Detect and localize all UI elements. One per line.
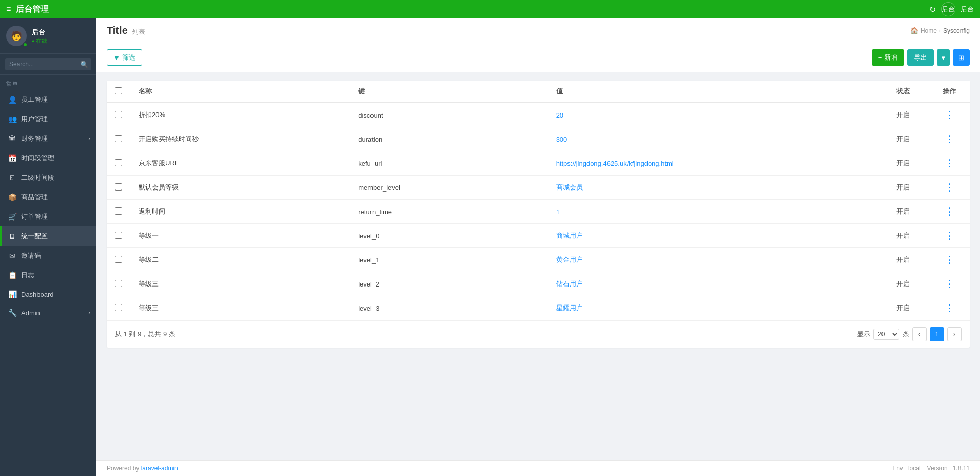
- row-checkbox[interactable]: [115, 304, 122, 311]
- sidebar-search-container: 🔍: [0, 54, 96, 75]
- user-avatar[interactable]: 后台: [941, 2, 955, 16]
- table-card: 名称 键 值 状态 操作 折扣20% discount 20: [107, 81, 970, 348]
- search-icon[interactable]: 🔍: [80, 61, 88, 68]
- arrow-icon: ‹: [88, 310, 90, 316]
- env-value: local: [908, 465, 921, 472]
- prev-page-button[interactable]: ‹: [912, 327, 927, 341]
- filter-button[interactable]: ▼ 筛选: [107, 49, 142, 66]
- row-name: 等级二: [130, 248, 350, 272]
- search-input[interactable]: [5, 58, 91, 70]
- row-action: ⋮: [929, 224, 970, 248]
- laravel-admin-link[interactable]: laravel-admin: [141, 465, 178, 472]
- action-menu-button[interactable]: ⋮: [945, 303, 954, 313]
- value-link[interactable]: 商城用户: [556, 232, 583, 239]
- refresh-icon[interactable]: ↻: [929, 5, 936, 14]
- sidebar-item-label: 日志: [21, 271, 34, 280]
- page-size-select[interactable]: 10 20 30 50 100: [873, 329, 899, 340]
- table-row: 开启购买持续时间秒 duration 300 开启 ⋮: [107, 127, 970, 151]
- row-name: 折扣20%: [130, 103, 350, 127]
- row-action: ⋮: [929, 127, 970, 151]
- sidebar-item-label: Admin: [21, 309, 40, 317]
- export-dropdown-button[interactable]: ▾: [937, 49, 950, 66]
- action-menu-button[interactable]: ⋮: [945, 231, 954, 241]
- filter-label: 筛选: [122, 53, 135, 62]
- next-page-button[interactable]: ›: [947, 327, 962, 341]
- action-menu-button[interactable]: ⋮: [945, 110, 954, 120]
- row-action: ⋮: [929, 248, 970, 272]
- table-row: 等级三 level_3 星耀用户 开启 ⋮: [107, 296, 970, 320]
- new-button[interactable]: + 新增: [872, 49, 904, 66]
- table-row: 等级三 level_2 钻石用户 开启 ⋮: [107, 272, 970, 296]
- display-label: 显示: [857, 330, 870, 339]
- action-menu-button[interactable]: ⋮: [945, 158, 954, 168]
- sidebar-item-label: 二级时间段: [21, 173, 54, 182]
- page-header: Title 列表 🏠 Home › Sysconfig: [96, 18, 980, 43]
- export-button[interactable]: 导出: [907, 49, 934, 66]
- sidebar-item-user[interactable]: 👥 用户管理: [0, 109, 96, 129]
- table-row: 默认会员等级 member_level 商城会员 开启 ⋮: [107, 176, 970, 200]
- row-name: 京东客服URL: [130, 151, 350, 176]
- row-checkbox[interactable]: [115, 159, 122, 166]
- row-checkbox-cell: [107, 151, 130, 176]
- row-status: 开启: [877, 200, 929, 224]
- sidebar-item-log[interactable]: 📋 日志: [0, 265, 96, 285]
- sidebar-item-order[interactable]: 🛒 订单管理: [0, 207, 96, 226]
- page-1-button[interactable]: 1: [930, 327, 944, 341]
- sidebar-item-label: 订单管理: [21, 212, 48, 221]
- home-icon: 🏠: [910, 27, 918, 34]
- row-checkbox[interactable]: [115, 256, 122, 263]
- sidebar-item-dashboard[interactable]: 📊 Dashboard: [0, 285, 96, 303]
- sidebar-item-sysconfig[interactable]: 🖥 统一配置: [0, 226, 96, 246]
- value-link[interactable]: https://jingdong.4625.uk/kfjingdong.html: [556, 160, 674, 167]
- row-checkbox[interactable]: [115, 135, 122, 142]
- profile-info: 后台 在线: [32, 28, 47, 45]
- row-checkbox[interactable]: [115, 207, 122, 215]
- row-value: 星耀用户: [548, 296, 877, 320]
- value-link[interactable]: 商城会员: [556, 183, 583, 191]
- value-link[interactable]: 1: [556, 208, 560, 216]
- row-value: 商城用户: [548, 224, 877, 248]
- value-link[interactable]: 星耀用户: [556, 304, 583, 312]
- row-key: level_2: [350, 272, 547, 296]
- action-menu-button[interactable]: ⋮: [945, 134, 954, 144]
- sidebar-item-goods[interactable]: 📦 商品管理: [0, 187, 96, 207]
- sidebar-item-timeslot2[interactable]: 🗓 二级时间段: [0, 168, 96, 187]
- row-action: ⋮: [929, 200, 970, 224]
- action-menu-button[interactable]: ⋮: [945, 182, 954, 193]
- row-name: 开启购买持续时间秒: [130, 127, 350, 151]
- sidebar-item-admin[interactable]: 🔧 Admin ‹: [0, 303, 96, 322]
- goods-icon: 📦: [8, 193, 17, 201]
- row-name: 默认会员等级: [130, 176, 350, 200]
- col-name-header: 名称: [130, 81, 350, 103]
- action-menu-button[interactable]: ⋮: [945, 255, 954, 265]
- select-all-checkbox[interactable]: [115, 87, 122, 94]
- row-checkbox[interactable]: [115, 280, 122, 287]
- sidebar-item-label: 统一配置: [21, 232, 48, 241]
- value-link[interactable]: 黄金用户: [556, 256, 583, 263]
- profile-name: 后台: [32, 28, 47, 37]
- row-name: 等级三: [130, 296, 350, 320]
- hamburger-icon[interactable]: ≡: [6, 5, 11, 14]
- row-checkbox[interactable]: [115, 111, 122, 118]
- sidebar-item-staff[interactable]: 👤 员工管理: [0, 90, 96, 109]
- sidebar-item-invite[interactable]: ✉ 邀请码: [0, 246, 96, 265]
- row-checkbox-cell: [107, 127, 130, 151]
- table-header: 名称 键 值 状态 操作: [107, 81, 970, 103]
- value-link[interactable]: 20: [556, 111, 563, 119]
- row-checkbox[interactable]: [115, 183, 122, 191]
- table-config-button[interactable]: ⊞: [953, 49, 970, 66]
- toolbar-right: + 新增 导出 ▾ ⊞: [872, 49, 970, 66]
- action-menu-button[interactable]: ⋮: [945, 206, 954, 217]
- action-menu-button[interactable]: ⋮: [945, 279, 954, 289]
- sidebar-item-timeslot[interactable]: 📅 时间段管理: [0, 148, 96, 168]
- col-value-header: 值: [548, 81, 877, 103]
- value-link[interactable]: 300: [556, 136, 567, 143]
- row-status: 开启: [877, 127, 929, 151]
- value-link[interactable]: 钻石用户: [556, 280, 583, 288]
- breadcrumb-home-link[interactable]: Home: [920, 27, 937, 34]
- profile-status: 在线: [32, 37, 47, 45]
- sysconfig-icon: 🖥: [8, 232, 17, 240]
- row-value: 1: [548, 200, 877, 224]
- row-checkbox[interactable]: [115, 232, 122, 239]
- sidebar-item-finance[interactable]: 🏛 财务管理 ‹: [0, 129, 96, 148]
